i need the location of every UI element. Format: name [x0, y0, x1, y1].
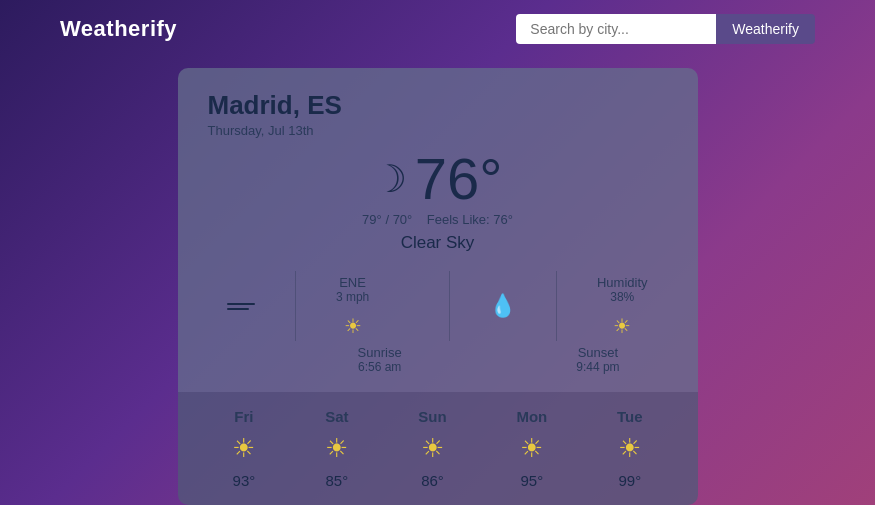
forecast-panel: Fri ☀ 93° Sat ☀ 85° Sun ☀ 86° Mon ☀ 95° …: [178, 392, 698, 505]
current-panel: Madrid, ES Thursday, Jul 13th ☽ 76° 79° …: [178, 68, 698, 392]
wind-direction-item: ENE 3 mph: [336, 275, 369, 304]
temp-high: 79°: [362, 212, 382, 227]
sunrise-label: Sunrise: [358, 345, 402, 360]
day-temp: 93°: [233, 472, 256, 489]
wind-info: ENE 3 mph ☀: [336, 275, 369, 338]
city-name: Madrid, ES: [208, 90, 668, 121]
day-temp: 85°: [326, 472, 349, 489]
sun-icon: ☀: [325, 433, 348, 464]
header: Weatherify Weatherify: [0, 0, 875, 58]
humidity-item: Humidity 38%: [597, 275, 648, 304]
day-name: Sat: [325, 408, 348, 425]
wind-line-2: [227, 308, 249, 310]
sunset-time: 9:44 pm: [576, 360, 619, 374]
day-temp: 95°: [520, 472, 543, 489]
humidity-sunset-info: Humidity 38% ☀: [597, 275, 648, 338]
day-name: Mon: [516, 408, 547, 425]
divider-3: [556, 271, 557, 341]
day-name: Tue: [617, 408, 643, 425]
sunset-icon: ☀: [613, 314, 631, 338]
sunrise-time: 6:56 am: [358, 360, 401, 374]
sunrise-text: Sunrise 6:56 am: [358, 345, 402, 374]
forecast-day: Tue ☀ 99°: [617, 408, 643, 489]
moon-icon: ☽: [373, 157, 407, 201]
day-name: Sun: [418, 408, 446, 425]
forecast-day: Fri ☀ 93°: [232, 408, 255, 489]
search-input[interactable]: [516, 14, 716, 44]
humidity-icon-group: 💧: [489, 293, 516, 319]
sunset-item: ☀: [613, 314, 631, 338]
sunset-label: Sunset: [578, 345, 618, 360]
app-title: Weatherify: [60, 16, 177, 42]
weather-card: Madrid, ES Thursday, Jul 13th ☽ 76° 79° …: [178, 68, 698, 505]
stats-row: ENE 3 mph ☀ 💧: [208, 271, 668, 341]
feels-like: Feels Like: 76°: [427, 212, 513, 227]
temperature: 76°: [415, 150, 503, 208]
temp-detail: 79° / 70° Feels Like: 76°: [208, 212, 668, 227]
wind-direction: ENE: [339, 275, 366, 290]
date-label: Thursday, Jul 13th: [208, 123, 668, 138]
sunrise-icon: ☀: [344, 314, 362, 338]
day-temp: 99°: [618, 472, 641, 489]
sun-icon: ☀: [232, 433, 255, 464]
condition-label: Clear Sky: [208, 233, 668, 253]
wind-icon: [227, 303, 255, 310]
forecast-day: Sun ☀ 86°: [418, 408, 446, 489]
wind-line-1: [227, 303, 255, 305]
sun-icon: ☀: [618, 433, 641, 464]
divider-1: [295, 271, 296, 341]
forecast-day: Sat ☀ 85°: [325, 408, 348, 489]
day-temp: 86°: [421, 472, 444, 489]
day-name: Fri: [234, 408, 253, 425]
sun-icon: ☀: [520, 433, 543, 464]
search-bar: Weatherify: [516, 14, 815, 44]
divider-2: [449, 271, 450, 341]
wind-icon-group: [227, 303, 255, 310]
sunset-text: Sunset 9:44 pm: [576, 345, 619, 374]
temp-low: 70°: [393, 212, 413, 227]
humidity-label: Humidity: [597, 275, 648, 290]
forecast-day: Mon ☀ 95°: [516, 408, 547, 489]
sun-icon: ☀: [421, 433, 444, 464]
droplet-icon: 💧: [489, 293, 516, 319]
sunrise-item: ☀: [344, 314, 362, 338]
wind-speed: 3 mph: [336, 290, 369, 304]
humidity-value: 38%: [610, 290, 634, 304]
temp-row: ☽ 76°: [208, 150, 668, 208]
search-button[interactable]: Weatherify: [716, 14, 815, 44]
